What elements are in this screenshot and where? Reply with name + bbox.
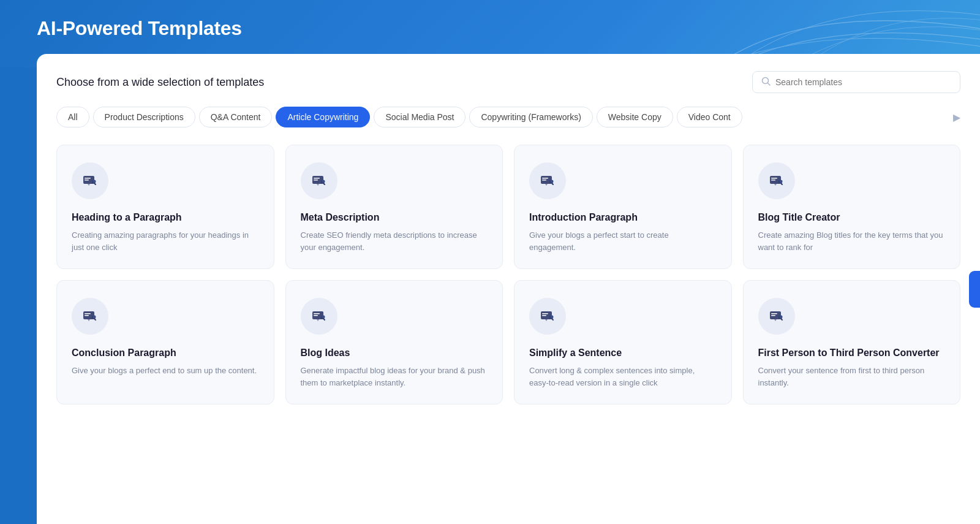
template-name: Introduction Paragraph [529,211,717,224]
template-name: Simplify a Sentence [529,347,717,360]
template-icon-wrap [529,298,566,335]
template-name: Blog Title Creator [758,211,946,224]
template-name: Heading to a Paragraph [72,211,259,224]
svg-rect-24 [85,315,89,316]
template-card-conclusion-paragraph[interactable]: Conclusion Paragraph Give your blogs a p… [56,280,274,404]
template-icon-wrap [758,162,795,199]
template-name: Meta Description [301,211,488,224]
tab-qa-content[interactable]: Q&A Content [199,107,273,127]
template-desc: Creating amazing paragraphs for your hea… [72,229,259,254]
template-card-heading-to-paragraph[interactable]: Heading to a Paragraph Creating amazing … [56,145,274,269]
svg-point-26 [93,316,96,319]
svg-rect-14 [542,180,546,181]
svg-rect-18 [771,178,777,179]
template-card-blog-title-creator[interactable]: Blog Title Creator Create amazing Blog t… [743,145,961,269]
template-card-introduction-paragraph[interactable]: Introduction Paragraph Give your blogs a… [514,145,732,269]
svg-rect-38 [771,313,777,314]
template-card-first-to-third-person[interactable]: First Person to Third Person Converter C… [743,280,961,404]
svg-point-6 [93,180,96,183]
tab-product-descriptions[interactable]: Product Descriptions [93,107,195,127]
card-subtitle: Choose from a wide selection of template… [56,76,264,89]
templates-row2-grid: Conclusion Paragraph Give your blogs a p… [56,280,960,404]
template-desc: Create amazing Blog titles for the key t… [758,229,946,254]
tabs-scroll-right-arrow[interactable]: ▶ [953,112,960,123]
templates-row1-grid: Heading to a Paragraph Creating amazing … [56,145,960,269]
svg-point-31 [322,316,325,319]
tab-social-media-post[interactable]: Social Media Post [374,107,466,127]
svg-rect-28 [314,313,320,314]
template-card-meta-description[interactable]: Meta Description Create SEO friendly met… [285,145,503,269]
svg-rect-13 [542,178,548,179]
svg-line-1 [768,83,771,86]
template-name: Conclusion Paragraph [72,347,259,360]
template-icon-wrap [72,162,108,199]
template-desc: Give your blogs a perfect end to sum up … [72,365,259,377]
main-card: Choose from a wide selection of template… [37,54,980,524]
template-name: First Person to Third Person Converter [758,347,946,360]
template-icon-wrap [301,298,337,335]
svg-rect-9 [314,180,318,181]
svg-rect-19 [771,180,775,181]
svg-rect-33 [542,313,548,314]
tab-copywriting-frameworks[interactable]: Copywriting (Frameworks) [469,107,592,127]
svg-point-36 [551,316,554,319]
svg-point-11 [322,180,325,183]
template-desc: Create SEO friendly meta descriptions to… [301,229,488,254]
svg-rect-23 [85,313,91,314]
page-title: AI-Powered Templates [37,17,242,40]
svg-rect-29 [314,315,318,316]
template-icon-wrap [301,162,337,199]
template-icon-wrap [72,298,108,335]
tabs-row: AllProduct DescriptionsQ&A ContentArticl… [56,107,960,127]
search-input[interactable] [775,77,951,87]
template-desc: Generate impactful blog ideas for your b… [301,365,488,389]
svg-rect-34 [542,315,546,316]
svg-point-16 [551,180,554,183]
scrollbar-indicator[interactable] [969,271,980,308]
svg-rect-8 [314,178,320,179]
template-card-simplify-sentence[interactable]: Simplify a Sentence Convert long & compl… [514,280,732,404]
tab-article-copywriting[interactable]: Article Copywriting [276,107,370,127]
search-box[interactable] [752,71,960,93]
svg-point-21 [779,180,782,183]
svg-point-41 [779,316,782,319]
template-icon-wrap [758,298,795,335]
tab-website-copy[interactable]: Website Copy [597,107,673,127]
template-card-blog-ideas[interactable]: Blog Ideas Generate impactful blog ideas… [285,280,503,404]
svg-rect-4 [85,180,89,181]
svg-rect-3 [85,178,91,179]
svg-rect-39 [771,315,775,316]
template-name: Blog Ideas [301,347,488,360]
card-header: Choose from a wide selection of template… [56,71,960,93]
template-desc: Convert your sentence from first to thir… [758,365,946,389]
template-desc: Convert long & complex sentences into si… [529,365,717,389]
template-icon-wrap [529,162,566,199]
tab-video-cont[interactable]: Video Cont [677,107,742,127]
search-icon [761,77,771,88]
tab-all[interactable]: All [56,107,89,127]
template-desc: Give your blogs a perfect start to creat… [529,229,717,254]
